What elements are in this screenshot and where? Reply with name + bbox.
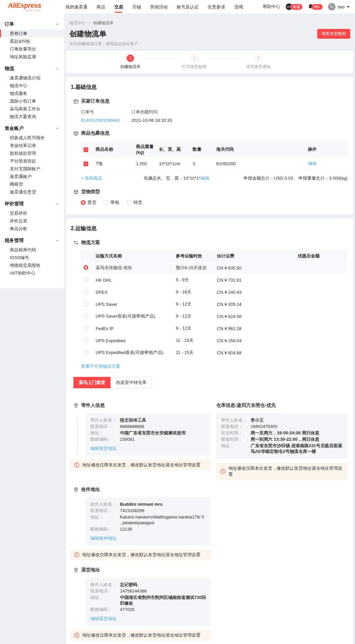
- sidebar-header-orders[interactable]: 订单: [0, 19, 64, 30]
- sidebar-item-logistics-center[interactable]: 物流中心: [0, 82, 64, 90]
- help-center-link[interactable]: 帮助中心: [263, 4, 280, 10]
- sidebar-item-trade-reviews[interactable]: 交易评价: [0, 209, 64, 217]
- nav-item-account[interactable]: 账号及认证: [176, 0, 198, 13]
- sidebar-item-address-risk[interactable]: 地址风险监测: [0, 53, 64, 61]
- messages-button[interactable]: ••• 未读: [286, 3, 302, 10]
- nav-item-orders[interactable]: 交易: [114, 0, 123, 13]
- sidebar-item-item-analysis[interactable]: 单品分析: [0, 225, 64, 232]
- warehouse-business-hours: 周一至周六，16:00-24:00 周日休息: [251, 430, 343, 436]
- sender-zip: 230081: [120, 436, 206, 442]
- order-number-label: 订单号: [81, 109, 131, 115]
- edit-receiver-address-link[interactable]: 编辑收件地址: [90, 535, 117, 541]
- shipping-radio[interactable]: [84, 326, 88, 330]
- nav-menu: 我的速卖通 商品 交易 店铺 营销活动 账号及认证 生意参谋 违规: [65, 0, 243, 13]
- shipping-radio[interactable]: [84, 314, 88, 318]
- shipping-tutorial-button[interactable]: 查看发货教程: [317, 29, 350, 39]
- sidebar-item-logistics-intro[interactable]: 速卖通物流介绍: [0, 74, 64, 82]
- sidebar-item-tax-codes[interactable]: 商品税率代码: [0, 246, 64, 254]
- tab-self-delivery[interactable]: 自送至中转仓库: [110, 377, 152, 388]
- radio-battery-cargo[interactable]: [104, 200, 108, 205]
- location-pin-icon: [73, 487, 78, 492]
- sidebar-item-all-orders[interactable]: 所有订单: [0, 30, 64, 37]
- sidebar-header-tax[interactable]: 税务管理: [0, 235, 64, 246]
- shipping-method-row[interactable]: UPS Saver香港(可接带电产品) 9 - 12天 CN ¥ 624.08: [81, 310, 348, 322]
- nav-item-products[interactable]: 商品: [96, 0, 105, 13]
- tab-cainiao-pickup[interactable]: 菜鸟上门揽货: [73, 377, 110, 388]
- sidebar-item-logistics-services[interactable]: 物流服务: [0, 90, 64, 97]
- notifications-button[interactable]: 99+: [308, 4, 323, 10]
- sidebar-item-order-export[interactable]: 订单批量导出: [0, 45, 64, 53]
- sidebar-item-mybank-loan[interactable]: 网商贷: [0, 180, 64, 188]
- sidebar-item-aliexpress-account[interactable]: 速卖通账户: [0, 173, 64, 180]
- shipping-radio[interactable]: [84, 350, 88, 355]
- row-checkbox[interactable]: ✓: [84, 162, 88, 166]
- breadcrumb-logistics-center[interactable]: 物流中心: [69, 21, 86, 25]
- product-dims: 10*10*1cm: [156, 157, 190, 170]
- add-product-link[interactable]: + 添加商品: [81, 176, 102, 181]
- sidebar-item-review-overview[interactable]: 评价总览: [0, 217, 64, 225]
- shipping-method-row[interactable]: 菜鸟无忧物流-优先 预计8-15天送达 CN ¥ 635.50: [81, 262, 348, 274]
- page-title: 创建物流单: [69, 29, 350, 39]
- basic-info-card: 1.基础信息 买家订单信息 订单号 8140015593289640 订单创建时…: [66, 77, 353, 214]
- user-menu[interactable]: ✎ two: [328, 3, 350, 10]
- aliexpress-logo[interactable]: AliExpress Seller Center: [8, 2, 41, 11]
- step-print-label: 2 打印发货标签: [181, 55, 208, 70]
- sidebar-item-refund-disputes[interactable]: 退款&纠纷: [0, 37, 64, 45]
- nav-item-myaliexpress[interactable]: 我的速卖通: [65, 0, 87, 13]
- shipping-radio[interactable]: [84, 277, 88, 282]
- warehouse-phone: 18902475300: [251, 424, 343, 429]
- sidebar-item-intl-packet-orders[interactable]: 国际小包订单: [0, 97, 64, 105]
- sidebar-header-funds[interactable]: 资金账户: [0, 123, 64, 134]
- nav-item-marketing[interactable]: 营销活动: [150, 0, 167, 13]
- shipping-radio[interactable]: [84, 301, 88, 306]
- view-unavailable-plans-link[interactable]: 查看不可用物流方案: [81, 363, 120, 369]
- sidebar-item-switch-rmb[interactable]: 切换成人民币报价: [0, 134, 64, 142]
- warehouse-address-warning: 地址修改仅限本次发货，修改默认发货地址请去地址管理设置: [216, 463, 348, 480]
- cargo-option-general[interactable]: 普货: [81, 200, 96, 206]
- shipping-method-row[interactable]: DPEX 9 - 16天 CN ¥ 240.43: [81, 286, 348, 298]
- cargo-type-subhead: 货物类型: [73, 189, 349, 195]
- progress-steps: 1 创建物流单 2 打印发货标签 3 填写发货通知: [117, 55, 272, 70]
- sidebar-item-cainiao-workbench[interactable]: 菜鸟商家工作台: [0, 105, 64, 113]
- radio-special-cargo[interactable]: [127, 200, 131, 205]
- shipping-info-title: 2.运输信息: [71, 225, 349, 232]
- sidebar-item-logistics-plan-query[interactable]: 物流方案查询: [0, 113, 64, 120]
- warehouse-info-box: 寄件人姓名：李小王 联系电话：18902475300 营业时间：周一至周六，16…: [216, 413, 348, 459]
- nav-item-store[interactable]: 店铺: [132, 0, 141, 13]
- sidebar-item-business-loan[interactable]: 速卖通生意贷: [0, 188, 64, 196]
- col-product-name: 商品名称: [93, 141, 133, 157]
- sidebar-item-ioss-number[interactable]: IOSS编号: [0, 254, 64, 261]
- sidebar-item-alipay-intl[interactable]: 支付宝国际账户: [0, 165, 64, 173]
- shipping-method-row[interactable]: FedEx IP 9 - 12天 CN ¥ 962.28: [81, 322, 348, 334]
- shipping-method-row[interactable]: UPS Expedited香港(可接带电产品) 11 - 15天 CN ¥ 60…: [81, 347, 348, 359]
- nav-item-violations[interactable]: 违规: [234, 0, 243, 13]
- sidebar-header-reviews[interactable]: 评价管理: [0, 199, 64, 209]
- edit-sender-address-link[interactable]: 编辑发货地址: [90, 445, 117, 452]
- sidebar-item-vat-report[interactable]: 增值税交易报告: [0, 261, 64, 269]
- shipping-radio[interactable]: [84, 338, 88, 343]
- sidebar-item-platform-repayment[interactable]: 平台垫资还款: [0, 157, 64, 165]
- shipping-method-row[interactable]: UPS Saver 9 - 12天 CN ¥ 305.14: [81, 298, 348, 310]
- col-quantity: 数量: [190, 141, 214, 157]
- shipping-radio[interactable]: [84, 289, 88, 294]
- cargo-option-battery[interactable]: 带电: [104, 200, 119, 206]
- edit-return-address-link[interactable]: 编辑退货地址: [90, 616, 117, 622]
- sidebar-item-vat-assist[interactable]: VAT协助中心: [0, 269, 64, 277]
- radio-general-cargo[interactable]: [81, 200, 86, 205]
- chevron-down-icon: [347, 6, 350, 8]
- shipping-radio[interactable]: [84, 265, 88, 270]
- sidebar-item-settlement-records[interactable]: 资金结算记录: [0, 142, 64, 149]
- shipping-method-row[interactable]: UPS Expedited 11 - 15天 CN ¥ 258.04: [81, 334, 348, 347]
- sidebar-item-early-release[interactable]: 提前放款管理: [0, 149, 64, 157]
- select-all-checkbox[interactable]: ✓: [84, 147, 88, 152]
- order-number-link[interactable]: 8140015593289640: [81, 118, 120, 123]
- edit-product-link[interactable]: 编辑: [308, 161, 317, 166]
- cargo-option-special[interactable]: 特货: [127, 200, 142, 206]
- chevron-up-icon: [56, 202, 59, 206]
- col-delivery-time: 参考运输时效: [173, 250, 214, 262]
- edit-dims-link[interactable]: 编辑: [200, 176, 209, 181]
- sidebar-header-logistics[interactable]: 物流: [0, 63, 64, 74]
- shipping-method-row[interactable]: HK DHL 5 - 9天 CN ¥ 731.91: [81, 274, 348, 286]
- nav-item-analytics[interactable]: 生意参谋: [207, 0, 225, 13]
- step-connector: [144, 58, 181, 59]
